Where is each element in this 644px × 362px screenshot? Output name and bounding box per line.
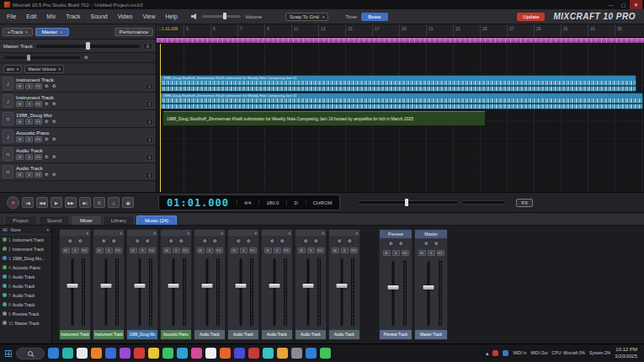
performance-button[interactable]: Performance <box>114 28 153 36</box>
snap-dropdown[interactable]: Snap To Grid ▾ <box>285 13 328 21</box>
volume-fader-handle[interactable] <box>168 284 179 288</box>
mute-button[interactable]: M <box>62 248 70 253</box>
fx-button[interactable]: FX <box>437 250 444 256</box>
volume-slider[interactable] <box>202 15 241 18</box>
solo-button[interactable]: S <box>307 248 315 253</box>
volume-fader-handle[interactable] <box>202 284 213 288</box>
pan-knob[interactable] <box>44 119 50 125</box>
menu-item[interactable]: Sound <box>85 12 112 21</box>
mute-button[interactable]: M <box>130 248 137 253</box>
tempo-value[interactable]: 180.0 <box>258 200 279 205</box>
volume-knob[interactable] <box>51 154 57 160</box>
taskbar-app-icon[interactable] <box>291 348 302 359</box>
taskbar-app-icon[interactable] <box>48 348 59 359</box>
mute-button[interactable]: M <box>264 248 272 253</box>
strip-header[interactable]: ▾ <box>262 230 292 236</box>
solo-button[interactable]: S <box>206 248 214 253</box>
solo-button[interactable]: S <box>25 154 33 160</box>
taskbar-app-icon[interactable] <box>191 348 202 359</box>
tray-expand-icon[interactable]: ▴ <box>486 350 489 357</box>
mute-button[interactable]: M <box>16 119 24 125</box>
mute-button[interactable]: M <box>96 248 104 253</box>
track-list-item[interactable]: 7 Audio Track <box>0 290 51 300</box>
audio-clip[interactable]: 1988_Doug Stoolhoff_Zimmerman Khalil sub… <box>162 111 486 126</box>
timeline[interactable]: 1 3 5 7 9 11 13 15 17 19 21 23 25 27 29 … <box>157 24 644 192</box>
taskbar-app-icon[interactable] <box>277 348 288 359</box>
pan-knob[interactable] <box>135 238 141 244</box>
mute-button[interactable]: M <box>418 250 426 256</box>
strip-header[interactable]: ▾ <box>161 230 191 236</box>
pan-knob[interactable] <box>44 172 50 178</box>
add-track-button[interactable]: +Track ▾ <box>3 28 33 36</box>
master-volume-slider[interactable] <box>36 45 140 48</box>
strip-header[interactable]: ▾ <box>127 230 157 236</box>
pan-knob[interactable] <box>44 154 50 160</box>
send-knob[interactable] <box>313 238 319 244</box>
track-list-item[interactable]: 4 Acoustic Piano <box>0 263 51 272</box>
menu-item[interactable]: Edit <box>21 12 41 21</box>
playhead[interactable] <box>160 44 161 192</box>
fx-button[interactable]: FX <box>35 119 42 125</box>
fx-button[interactable]: FX <box>35 101 42 107</box>
taskbar-app-icon[interactable] <box>148 348 159 359</box>
taskbar-app-icon[interactable] <box>205 348 216 359</box>
strip-header[interactable]: ▾ <box>194 230 225 236</box>
solo-button[interactable]: S <box>392 250 400 256</box>
volume-fader-handle[interactable] <box>269 284 280 288</box>
volume-knob[interactable] <box>51 172 57 178</box>
track-list-item[interactable]: 6 Audio Track <box>0 281 51 290</box>
track-list-item[interactable]: 9 Preview Track <box>0 309 51 318</box>
send-knob[interactable] <box>347 238 353 244</box>
solo-button[interactable]: S <box>105 248 113 253</box>
track-header-row[interactable]: ≈ 1988_Doug Mor M S FX 0 <box>0 110 156 128</box>
taskbar-app-icon[interactable] <box>105 348 116 359</box>
solo-button[interactable]: S <box>25 136 33 142</box>
pan-knob[interactable] <box>101 238 107 244</box>
solo-button[interactable]: S <box>25 172 33 178</box>
fx-button[interactable]: FX <box>350 248 358 253</box>
menu-item[interactable]: Track <box>61 12 85 21</box>
volume-fader-handle[interactable] <box>101 284 112 288</box>
fx-button[interactable]: FX <box>35 154 42 160</box>
playback-volume-handle[interactable] <box>405 199 408 206</box>
solo-button[interactable]: S <box>173 248 180 253</box>
fx-button[interactable]: FX <box>402 250 409 256</box>
mute-button[interactable]: M <box>16 101 24 107</box>
punch-button[interactable]: ▣ <box>122 197 134 208</box>
send-knob[interactable] <box>246 238 252 244</box>
volume-fader-handle[interactable] <box>388 285 399 290</box>
pan-knob[interactable] <box>423 241 429 247</box>
close-button[interactable]: ✕ <box>630 0 642 9</box>
taskbar-app-icon[interactable] <box>77 348 88 359</box>
track-header-row[interactable]: ♪ Instrument Track M S FX 0 <box>0 93 156 110</box>
tab-music[interactable]: Music (24) <box>136 216 177 225</box>
strip-header[interactable]: ▾ <box>228 230 258 236</box>
automation-param-dropdown[interactable]: Master Volume ▾ <box>24 65 64 73</box>
time-signature[interactable]: 4/4 <box>237 200 251 205</box>
pan-knob[interactable] <box>67 238 73 244</box>
fx-button[interactable]: FX <box>35 172 42 178</box>
record-button[interactable]: ● <box>7 196 19 209</box>
mute-button[interactable]: M <box>298 248 306 253</box>
solo-button[interactable]: S <box>274 248 281 253</box>
mute-button[interactable]: M <box>197 248 205 253</box>
pan-knob[interactable] <box>337 238 343 244</box>
taskbar-app-icon[interactable] <box>220 348 231 359</box>
track-header-row[interactable]: ♪ Acoustic Piano M S FX 0 <box>0 128 156 146</box>
taskbar-app-icon[interactable] <box>306 348 317 359</box>
solo-button[interactable]: S <box>25 101 33 107</box>
solo-button[interactable]: S <box>341 248 349 253</box>
taskbar-app-icon[interactable] <box>248 348 259 359</box>
track-list-item[interactable]: 8 Audio Track <box>0 300 51 309</box>
master-eq-knob[interactable] <box>83 55 89 61</box>
taskbar-app-icon[interactable] <box>320 348 331 359</box>
taskbar-app-icon[interactable] <box>263 348 274 359</box>
tray-app-icon[interactable] <box>492 350 498 356</box>
solo-button[interactable]: S <box>25 83 33 89</box>
mute-button[interactable]: M <box>332 248 339 253</box>
pan-knob[interactable] <box>44 83 50 89</box>
menu-item[interactable]: View <box>138 12 161 21</box>
mute-button[interactable]: M <box>16 154 24 160</box>
timeline-ruler[interactable]: 1 3 5 7 9 11 13 15 17 19 21 23 25 27 29 … <box>157 24 644 38</box>
play-button[interactable]: ▶ <box>51 197 62 208</box>
